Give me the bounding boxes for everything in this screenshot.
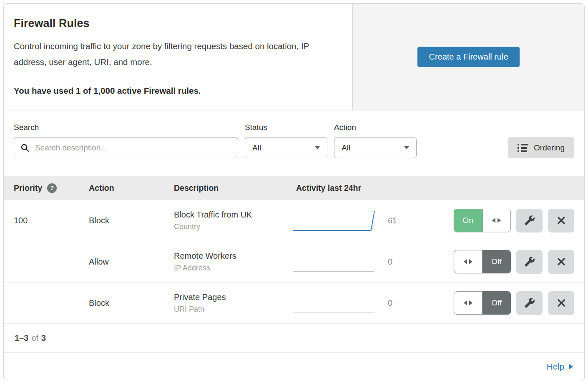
action-select-value: All [342, 143, 350, 152]
column-header-action: Action [89, 183, 174, 193]
firewall-rules-card: Firewall Rules Control incoming traffic … [3, 3, 585, 381]
pagination-total: 3 [41, 333, 46, 343]
description-cell: Remote Workers IP Address [174, 251, 292, 272]
create-firewall-rule-button[interactable]: Create a Firewall rule [417, 47, 519, 67]
status-select-value: All [252, 143, 261, 152]
delete-rule-button[interactable] [548, 291, 574, 315]
search-input[interactable] [34, 143, 231, 153]
rule-enabled-toggle[interactable]: On [454, 209, 511, 232]
ordering-button-label: Ordering [534, 143, 565, 152]
table-row: 100 Block Block Traffic from UK Country … [4, 200, 584, 241]
action-value: Allow [89, 257, 174, 267]
delete-rule-button[interactable] [548, 209, 574, 232]
wrench-icon [524, 298, 535, 308]
pagination: 1–3 of 3 [4, 324, 584, 353]
activity-sparkline [292, 209, 375, 232]
search-box [14, 137, 238, 158]
rule-enabled-toggle[interactable]: Off [454, 250, 511, 273]
rule-enabled-toggle[interactable]: Off [454, 291, 511, 315]
toggle-drag-handle-icon [482, 209, 511, 232]
create-rule-panel: Create a Firewall rule [352, 4, 584, 110]
priority-value: 100 [14, 216, 89, 225]
activity-count: 0 [375, 298, 417, 308]
edit-rule-button[interactable] [516, 250, 543, 273]
page-description: Control incoming traffic to your zone by… [14, 38, 332, 70]
toggle-off-label: Off [482, 291, 511, 315]
action-label: Action [334, 123, 417, 132]
edit-rule-button[interactable] [516, 209, 543, 232]
status-filter-group: Status All [245, 123, 327, 158]
ordering-button[interactable]: Ordering [508, 137, 574, 158]
status-select[interactable]: All [245, 137, 327, 158]
activity-sparkline [292, 291, 375, 315]
row-controls: Off [417, 291, 574, 315]
action-filter-group: Action All [334, 123, 417, 158]
help-link-label: Help [547, 362, 564, 372]
edit-rule-button[interactable] [516, 291, 543, 315]
toggle-on-label: On [454, 209, 482, 232]
action-value: Block [89, 216, 174, 225]
search-icon [20, 143, 30, 152]
column-header-activity: Activity last 24hr [292, 183, 574, 193]
activity-count: 61 [375, 216, 417, 225]
row-controls: Off [417, 250, 574, 273]
rule-description: Private Pages [174, 292, 292, 302]
rule-description: Block Traffic from UK [174, 210, 292, 220]
description-cell: Block Traffic from UK Country [174, 210, 292, 231]
close-icon [556, 215, 566, 225]
help-link[interactable]: Help [547, 362, 573, 372]
wrench-icon [524, 215, 535, 226]
page-title: Firewall Rules [14, 17, 332, 30]
table-row: Block Private Pages URI Path 0 Off [4, 282, 584, 324]
help-bar: Help [4, 353, 584, 380]
column-header-description: Description [174, 183, 292, 193]
toggle-off-label: Off [482, 250, 511, 273]
delete-rule-button[interactable] [548, 250, 574, 273]
rule-description: Remote Workers [174, 251, 292, 261]
description-cell: Private Pages URI Path [174, 292, 292, 314]
search-label: Search [14, 123, 238, 132]
usage-note: You have used 1 of 1,000 active Firewall… [14, 86, 332, 96]
chevron-down-icon [404, 146, 409, 149]
pagination-range: 1–3 [15, 333, 28, 343]
toggle-drag-handle-icon [454, 291, 482, 315]
table-header: Priority ? Action Description Activity l… [4, 176, 584, 200]
action-select[interactable]: All [334, 137, 417, 158]
status-label: Status [245, 123, 327, 132]
rule-match-type: IP Address [174, 264, 292, 272]
rule-match-type: URI Path [174, 305, 292, 314]
chevron-down-icon [315, 146, 320, 149]
activity-sparkline [292, 250, 375, 273]
close-icon [556, 257, 566, 267]
help-question-icon[interactable]: ? [47, 183, 57, 193]
filter-bar: Search Status All Action All [4, 123, 584, 158]
rule-match-type: Country [174, 222, 292, 231]
table-row: Allow Remote Workers IP Address 0 Off [4, 241, 584, 282]
page-header-text: Firewall Rules Control incoming traffic … [4, 4, 352, 110]
toggle-drag-handle-icon [454, 250, 482, 273]
page-header: Firewall Rules Control incoming traffic … [4, 4, 584, 110]
action-value: Block [89, 298, 174, 308]
column-header-priority: Priority ? [14, 183, 89, 193]
arrow-right-icon [569, 364, 573, 370]
pagination-of: of [31, 333, 38, 343]
ordered-list-icon [518, 144, 528, 152]
wrench-icon [524, 256, 535, 267]
close-icon [556, 298, 566, 308]
activity-count: 0 [375, 257, 417, 267]
row-controls: On [417, 209, 574, 232]
search-filter-group: Search [14, 123, 238, 158]
